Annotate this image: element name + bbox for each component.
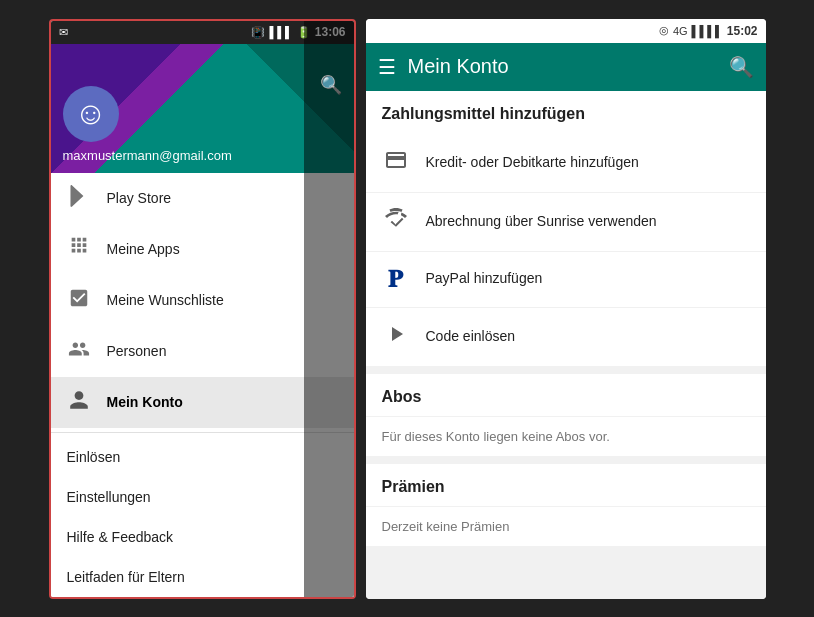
right-panel: ◎ 4G ▌▌▌▌ 15:02 ☰ Mein Konto 🔍 Zahlungsm… — [366, 19, 766, 599]
praemien-title: Prämien — [382, 478, 445, 495]
payment-item-credit-card[interactable]: Kredit- oder Debitkarte hinzufügen — [366, 134, 766, 193]
payment-item-sunrise[interactable]: Abrechnung über Sunrise verwenden — [366, 193, 766, 252]
sidebar-item-label-personen: Personen — [107, 343, 167, 359]
checklist-icon — [67, 287, 91, 314]
status-icons-left: ✉ — [59, 26, 68, 39]
wifi-icon: ◎ — [659, 24, 669, 37]
einstellungen-label: Einstellungen — [67, 489, 151, 505]
paypal-label: PayPal hinzufügen — [426, 269, 543, 289]
signal-right-icon: 4G — [673, 25, 688, 37]
abos-header: Abos — [366, 374, 766, 416]
zahlungsmittel-header: Zahlungsmittel hinzufügen — [366, 91, 766, 133]
vibrate-icon: 📳 — [251, 26, 265, 39]
signal-icon: ▌▌▌ — [269, 26, 292, 38]
toolbar-search-icon[interactable]: 🔍 — [729, 55, 754, 79]
overlay — [304, 21, 354, 597]
sidebar-item-label-mein-konto: Mein Konto — [107, 394, 183, 410]
hilfe-feedback-label: Hilfe & Feedback — [67, 529, 174, 545]
abos-empty-label: Für dieses Konto liegen keine Abos vor. — [382, 429, 610, 444]
avatar-icon: ☺ — [74, 95, 107, 132]
payment-item-code[interactable]: Code einlösen — [366, 308, 766, 366]
praemien-header: Prämien — [366, 464, 766, 506]
right-content: Zahlungsmittel hinzufügen Kredit- oder D… — [366, 91, 766, 599]
left-panel: ✉ 📳 ▌▌▌ 🔋 13:06 ☺ 🔍 maxmustermann@gmail.… — [49, 19, 356, 599]
right-toolbar: ☰ Mein Konto 🔍 — [366, 43, 766, 91]
menu-icon[interactable]: ☰ — [378, 55, 396, 79]
praemien-empty-label: Derzeit keine Prämien — [382, 519, 510, 534]
store-icon — [67, 185, 91, 212]
abos-section: Abos Für dieses Konto liegen keine Abos … — [366, 374, 766, 456]
abos-empty-text: Für dieses Konto liegen keine Abos vor. — [366, 417, 766, 456]
leitfaden-eltern-label: Leitfaden für Eltern — [67, 569, 185, 585]
battery-right-icon: ▌▌▌▌ — [692, 25, 723, 37]
search-icon[interactable]: 🔍 — [320, 74, 342, 96]
praemien-empty-text: Derzeit keine Prämien — [366, 507, 766, 546]
abos-title: Abos — [382, 388, 422, 405]
code-label: Code einlösen — [426, 327, 516, 347]
sunrise-label: Abrechnung über Sunrise verwenden — [426, 212, 657, 232]
zahlungsmittel-section: Zahlungsmittel hinzufügen Kredit- oder D… — [366, 91, 766, 366]
sidebar-item-label-meine-apps: Meine Apps — [107, 241, 180, 257]
notification-icon: ✉ — [59, 26, 68, 39]
avatar: ☺ — [63, 86, 119, 142]
zahlungsmittel-title: Zahlungsmittel hinzufügen — [382, 105, 586, 122]
credit-card-label: Kredit- oder Debitkarte hinzufügen — [426, 153, 639, 173]
toolbar-title: Mein Konto — [408, 55, 717, 78]
status-bar-right: ◎ 4G ▌▌▌▌ 15:02 — [366, 19, 766, 43]
user-email: maxmustermann@gmail.com — [63, 148, 342, 163]
einloesen-label: Einlösen — [67, 449, 121, 465]
credit-card-icon — [382, 148, 410, 178]
sidebar-item-label-meine-wunschliste: Meine Wunschliste — [107, 292, 224, 308]
time-right: 15:02 — [727, 24, 758, 38]
paypal-icon: 𝐏 — [382, 266, 410, 293]
apps-icon — [67, 236, 91, 263]
play-icon — [382, 322, 410, 352]
payment-item-paypal[interactable]: 𝐏 PayPal hinzufügen — [366, 252, 766, 308]
person-icon — [67, 389, 91, 416]
sidebar-item-label-play-store: Play Store — [107, 190, 172, 206]
people-icon — [67, 338, 91, 365]
signal-sunrise-icon — [382, 207, 410, 237]
praemien-section: Prämien Derzeit keine Prämien — [366, 464, 766, 546]
